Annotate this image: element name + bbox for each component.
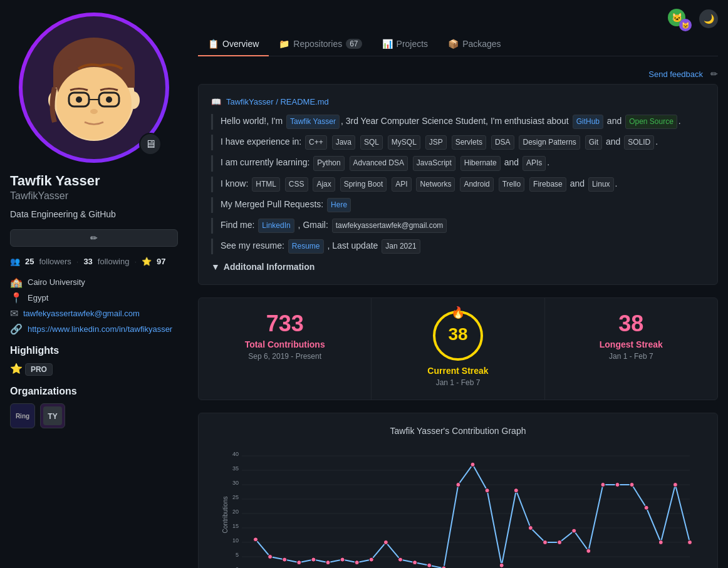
tag-css: CSS (285, 177, 308, 192)
stat-longest-streak: 38 Longest Streak Jan 1 - Feb 7 (545, 298, 717, 400)
tag-git: Git (585, 135, 602, 150)
star-icon-highlights: ⭐ (10, 363, 23, 374)
stars-count[interactable]: 97 (157, 257, 165, 266)
user-handle: TawfikYasser (10, 190, 178, 202)
pro-badge: PRO (25, 363, 53, 376)
info-website: 🔗 https://www.linkedin.com/in/tawfikyass… (10, 323, 178, 335)
followers-icon: 👥 (10, 257, 20, 266)
tag-cpp: C++ (305, 135, 327, 150)
svg-point-51 (456, 483, 460, 487)
website-link[interactable]: https://www.linkedin.com/in/tawfikyasser (28, 324, 172, 334)
tag-hibernate: Hibernate (460, 156, 501, 170)
following-count[interactable]: 33 (83, 257, 92, 266)
readme-filename[interactable]: TawfikYasser / README.md (226, 97, 329, 106)
tag-dsa: DSA (491, 135, 514, 150)
readme-line6: Find me: LinkedIn , Gmail: tawfekyassert… (211, 218, 705, 234)
topbar: Send feedback ✏ (198, 69, 718, 79)
tag-jsp: JSP (425, 135, 447, 150)
gmail-tag: tawfekyassertawfek@gmail.com (332, 219, 447, 233)
readme-line3: I am currently learning: Python Advanced… (211, 155, 705, 171)
svg-point-64 (644, 506, 648, 510)
svg-point-45 (369, 557, 373, 562)
org-icon-ty: TY (43, 406, 62, 425)
tag-design-patterns: Design Patterns (519, 135, 580, 150)
email-link[interactable]: tawfekyassertawfek@gmail.com (23, 309, 140, 318)
main-content: 🐱 😺 🌙 📋 Overview 📁 Repositories 67 📊 Pro… (188, 0, 728, 568)
stats-row: 733 Total Contributions Sep 6, 2019 - Pr… (198, 297, 718, 400)
svg-text:15: 15 (232, 523, 239, 529)
tab-repositories[interactable]: 📁 Repositories 67 (269, 33, 372, 56)
pr-tag[interactable]: Here (327, 198, 351, 212)
svg-point-62 (615, 483, 620, 487)
edit-icon[interactable]: ✏ (710, 69, 718, 79)
svg-text:10: 10 (232, 537, 239, 544)
tag-android: Android (460, 177, 493, 192)
university-icon: 🏫 (10, 276, 23, 288)
tab-packages[interactable]: 📦 Packages (438, 33, 511, 56)
svg-point-12 (90, 109, 98, 114)
toggle-arrow: ▼ (211, 262, 220, 272)
send-feedback-link[interactable]: Send feedback (648, 70, 703, 79)
streak-label: Current Streak (384, 366, 531, 376)
svg-point-61 (601, 483, 605, 487)
info-university: 🏫 Cairo University (10, 276, 178, 288)
opensource-tag: Open Source (625, 115, 677, 129)
tab-projects[interactable]: 📊 Projects (372, 33, 439, 56)
user-bio: Data Engineering & GitHub (10, 209, 178, 219)
svg-text:30: 30 (232, 480, 239, 486)
overview-icon: 📋 (208, 39, 219, 49)
org-avatar-ty[interactable]: TY (40, 403, 65, 428)
profile-name-tag: Tawfik Yasser (286, 115, 340, 129)
avatar-badge: 🖥 (139, 133, 162, 155)
github-tag[interactable]: GitHub (573, 115, 603, 129)
svg-point-58 (558, 540, 562, 545)
org-avatars: Ring TY (10, 403, 178, 428)
tab-repositories-label: Repositories (293, 39, 342, 49)
info-email: ✉ tawfekyassertawfek@gmail.com (10, 307, 178, 319)
readme-line7: See my resume: Resume , Last update Jan … (211, 239, 705, 254)
linkedin-tag[interactable]: LinkedIn (258, 219, 294, 233)
graph-container: Contributions 0 5 10 15 20 25 30 35 40 (211, 446, 705, 568)
svg-point-53 (485, 488, 489, 493)
user-menu-icon[interactable]: 🌙 (699, 9, 718, 28)
svg-point-49 (427, 564, 432, 568)
additional-info-toggle[interactable]: ▼ Additonal Information (211, 262, 705, 272)
svg-point-59 (572, 529, 576, 533)
readme-line1: Hello world!, I'm Tawfik Yasser, 3rd Yea… (211, 114, 705, 130)
svg-point-37 (254, 537, 258, 542)
link-icon: 🔗 (10, 323, 23, 335)
repo-icon: 📁 (279, 39, 289, 49)
tag-python: Python (313, 156, 344, 170)
svg-point-47 (398, 557, 403, 562)
followers-count[interactable]: 25 (25, 257, 34, 266)
svg-text:5: 5 (236, 552, 239, 558)
tab-overview-label: Overview (222, 39, 259, 49)
tag-solid: SOLID (624, 135, 654, 150)
tag-networks: Networks (416, 177, 455, 192)
svg-point-38 (268, 555, 273, 559)
svg-text:25: 25 (232, 494, 239, 500)
svg-point-66 (673, 483, 677, 487)
org-avatar-ring[interactable]: Ring (10, 403, 35, 428)
tag-ajax: Ajax (313, 177, 335, 192)
tab-overview[interactable]: 📋 Overview (198, 33, 269, 56)
svg-point-48 (413, 560, 417, 565)
user-name: Tawfik Yasser (10, 173, 178, 189)
tag-html: HTML (252, 177, 280, 192)
flame-icon: 🔥 (451, 306, 465, 319)
octocat-icon: 🐱 😺 (659, 5, 694, 33)
tag-servlets: Servlets (452, 135, 486, 150)
svg-point-60 (586, 549, 591, 554)
avatar-wrapper: 🖥 (19, 13, 169, 163)
star-icon: ⭐ (142, 257, 152, 266)
svg-point-11 (106, 96, 112, 103)
edit-profile-button[interactable]: ✏ (10, 229, 178, 247)
resume-tag[interactable]: Resume (288, 239, 324, 254)
svg-point-10 (76, 96, 82, 103)
svg-point-6 (56, 67, 132, 140)
tag-javascript: JavaScript (413, 156, 455, 170)
stat-current-streak: 🔥 38 Current Streak Jan 1 - Feb 7 (372, 298, 544, 400)
book-icon: 📖 (211, 97, 221, 106)
readme-line4: I know: HTML CSS Ajax Spring Boot API Ne… (211, 177, 705, 192)
svg-point-42 (326, 560, 330, 565)
